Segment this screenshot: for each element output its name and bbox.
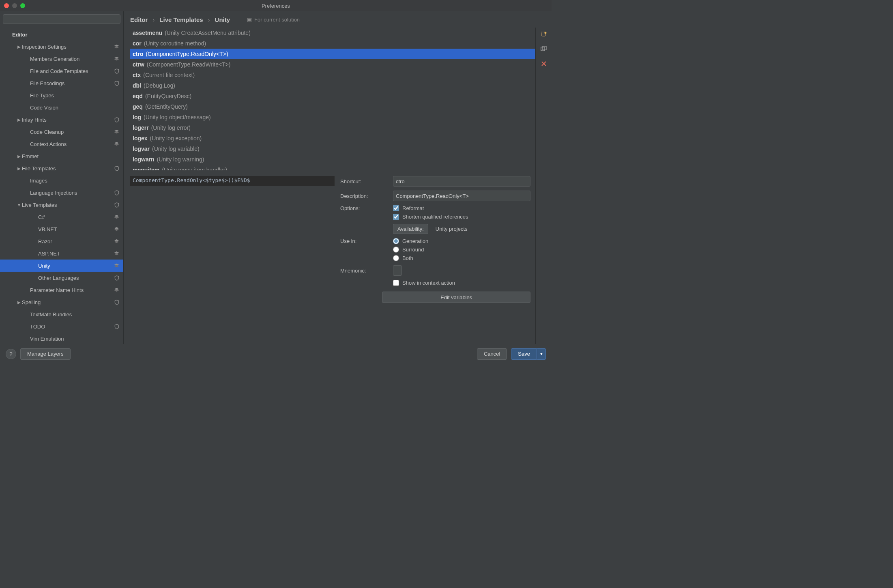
- template-row-dbl[interactable]: dbl(Debug.Log): [130, 80, 535, 91]
- crumb-1[interactable]: Live Templates: [159, 16, 203, 23]
- template-row-geq[interactable]: geq(GetEntityQuery): [130, 101, 535, 112]
- sidebar-item-c-[interactable]: C#: [0, 211, 123, 223]
- sidebar-item-file-and-code-templates[interactable]: File and Code Templates: [0, 65, 123, 77]
- sidebar-item-code-vision[interactable]: Code Vision: [0, 101, 123, 114]
- shield-icon: [111, 324, 119, 329]
- usein-generation[interactable]: Generation: [393, 238, 428, 244]
- shorten-checkbox[interactable]: [393, 214, 399, 220]
- show-context-checkbox[interactable]: [393, 280, 399, 286]
- template-row-menuitem[interactable]: menuitem(Unity menu item handler): [130, 165, 535, 170]
- sidebar-item-images[interactable]: Images: [0, 174, 123, 187]
- layers-icon: [111, 263, 119, 268]
- template-row-logvar[interactable]: logvar(Unity log variable): [130, 144, 535, 154]
- sidebar-item-label: ASP.NET: [38, 251, 111, 257]
- sidebar-item-textmate-bundles[interactable]: TextMate Bundles: [0, 308, 123, 320]
- sidebar-item-vim-emulation[interactable]: Vim Emulation: [0, 333, 123, 344]
- sidebar-item-label: TextMate Bundles: [30, 311, 111, 318]
- template-abbr: menuitem: [133, 165, 159, 170]
- sidebar-item-emmet[interactable]: ▶Emmet: [0, 150, 123, 162]
- sidebar-item-label: Code Cleanup: [30, 129, 111, 135]
- copy-template-icon[interactable]: [540, 45, 547, 53]
- template-desc: (Unity CreateAssetMenu attribute): [165, 28, 251, 37]
- crumb-2[interactable]: Unity: [215, 16, 230, 23]
- sidebar-item-razor[interactable]: Razor: [0, 235, 123, 247]
- template-desc: (Unity log exception): [150, 134, 202, 143]
- chevron-icon: ▶: [16, 300, 22, 305]
- template-abbr: logerr: [133, 123, 149, 132]
- window-title: Preferences: [0, 3, 552, 9]
- option-reformat[interactable]: Reformat: [393, 205, 468, 211]
- template-row-log[interactable]: log(Unity log object/message): [130, 112, 535, 122]
- chevron-icon: ▼: [16, 203, 22, 207]
- sidebar-item-inlay-hints[interactable]: ▶Inlay Hints: [0, 114, 123, 126]
- usein-both[interactable]: Both: [393, 255, 428, 261]
- template-row-logerr[interactable]: logerr(Unity log error): [130, 122, 535, 133]
- mnemonic-input[interactable]: [393, 265, 402, 276]
- save-button[interactable]: Save: [511, 348, 537, 360]
- sidebar-item-label: Vim Emulation: [30, 336, 111, 342]
- sidebar-item-members-generation[interactable]: Members Generation: [0, 53, 123, 65]
- reformat-checkbox[interactable]: [393, 205, 399, 211]
- manage-layers-button[interactable]: Manage Layers: [20, 348, 71, 360]
- template-row-eqd[interactable]: eqd(EntityQueryDesc): [130, 91, 535, 101]
- availability-button[interactable]: Availability:: [393, 224, 428, 234]
- svg-marker-19: [114, 289, 119, 292]
- sidebar-item-live-templates[interactable]: ▼Live Templates: [0, 199, 123, 211]
- new-template-icon[interactable]: [540, 31, 547, 38]
- sidebar-item-file-templates[interactable]: ▶File Templates: [0, 162, 123, 174]
- sidebar-item-context-actions[interactable]: Context Actions: [0, 138, 123, 150]
- template-desc: (ComponentType.ReadOnly<T>): [146, 49, 228, 58]
- cancel-button[interactable]: Cancel: [477, 348, 507, 360]
- save-dropdown-caret[interactable]: ▼: [537, 348, 546, 360]
- template-row-ctx[interactable]: ctx(Current file context): [130, 70, 535, 80]
- usein-surround[interactable]: Surround: [393, 247, 428, 253]
- option-shorten[interactable]: Shorten qualified references: [393, 214, 468, 220]
- sidebar-item-unity[interactable]: Unity: [0, 260, 123, 272]
- usein-label: Use in:: [340, 238, 389, 244]
- template-body-editor[interactable]: ComponentType.ReadOnly<$type$>()$END$: [130, 176, 335, 186]
- template-row-ctrw[interactable]: ctrw(ComponentType.ReadWrite<T>): [130, 59, 535, 70]
- template-desc: (Unity log error): [151, 123, 191, 132]
- sidebar-item-inspection-settings[interactable]: ▶Inspection Settings: [0, 41, 123, 53]
- sidebar-item-language-injections[interactable]: Language Injections: [0, 187, 123, 199]
- show-context-action[interactable]: Show in context action: [393, 280, 455, 286]
- template-row-cor[interactable]: cor(Unity coroutine method): [130, 38, 535, 49]
- help-button[interactable]: ?: [6, 349, 16, 359]
- usein-both-radio[interactable]: [393, 255, 399, 261]
- sidebar-item-todo[interactable]: TODO: [0, 320, 123, 333]
- sidebar-item-other-languages[interactable]: Other Languages: [0, 272, 123, 284]
- crumb-0[interactable]: Editor: [130, 16, 148, 23]
- layer-scope-link[interactable]: ▣ For current solution: [247, 17, 300, 23]
- template-abbr: dbl: [133, 81, 141, 90]
- edit-variables-button[interactable]: Edit variables: [382, 292, 530, 303]
- sidebar-item-file-types[interactable]: File Types: [0, 89, 123, 101]
- sidebar-item-asp-net[interactable]: ASP.NET: [0, 247, 123, 260]
- template-desc: (Unity coroutine method): [144, 39, 206, 48]
- sidebar-item-spelling[interactable]: ▶Spelling: [0, 296, 123, 308]
- sidebar-item-vb-net[interactable]: VB.NET: [0, 223, 123, 235]
- template-list[interactable]: assetmenu(Unity CreateAssetMenu attribut…: [130, 28, 535, 170]
- search-input[interactable]: [3, 14, 120, 24]
- template-abbr: logex: [133, 134, 148, 143]
- shortcut-input[interactable]: [393, 176, 530, 187]
- template-abbr: eqd: [133, 92, 143, 101]
- layers-icon: [111, 215, 119, 220]
- shield-icon: [111, 117, 119, 122]
- usein-surround-radio[interactable]: [393, 247, 399, 253]
- sidebar-item-label: Unity: [38, 263, 111, 269]
- usein-generation-radio[interactable]: [393, 238, 399, 244]
- sidebar-item-label: Emmet: [22, 153, 111, 159]
- template-row-logex[interactable]: logex(Unity log exception): [130, 133, 535, 144]
- template-row-logwarn[interactable]: logwarn(Unity log warning): [130, 154, 535, 165]
- template-row-assetmenu[interactable]: assetmenu(Unity CreateAssetMenu attribut…: [130, 28, 535, 38]
- description-input[interactable]: [393, 191, 530, 201]
- svg-marker-3: [114, 58, 119, 60]
- delete-template-icon[interactable]: [540, 60, 547, 67]
- template-form: Shortcut: Description: Options:: [340, 176, 535, 344]
- sidebar-item-file-encodings[interactable]: File Encodings: [0, 77, 123, 89]
- sidebar-item-code-cleanup[interactable]: Code Cleanup: [0, 126, 123, 138]
- svg-marker-7: [114, 143, 119, 146]
- template-row-ctro[interactable]: ctro(ComponentType.ReadOnly<T>): [130, 49, 535, 59]
- sidebar-item-label: File and Code Templates: [30, 68, 111, 74]
- sidebar-item-parameter-name-hints[interactable]: Parameter Name Hints: [0, 284, 123, 296]
